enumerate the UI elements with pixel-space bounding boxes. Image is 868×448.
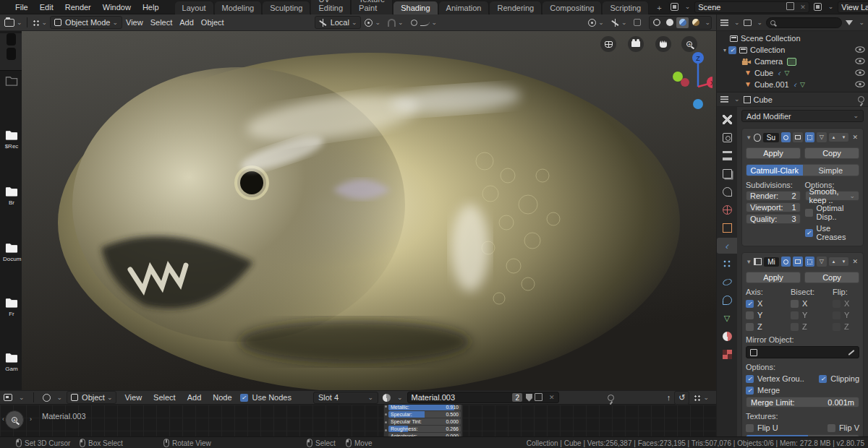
menu-object[interactable]: Object (197, 17, 228, 28)
tab-view-layer[interactable] (717, 165, 737, 181)
modifier-name-field[interactable]: Mi (764, 257, 779, 267)
snapping-toggle[interactable]: ⌄ (384, 17, 407, 28)
snap-node-button[interactable]: ↺ (674, 391, 689, 405)
camera-data-icon[interactable] (787, 58, 796, 66)
collapse-icon[interactable]: ▼ (746, 259, 752, 265)
tab-rendering[interactable]: Rendering (490, 1, 542, 14)
add-workspace-button[interactable]: + (650, 1, 669, 14)
close-icon[interactable]: ✕ (851, 258, 859, 265)
toggle-render[interactable] (781, 132, 791, 142)
menu-node[interactable]: Node (209, 392, 235, 403)
outliner-display-mode-icon[interactable] (720, 20, 728, 26)
editor-type-icon[interactable] (4, 19, 14, 27)
mirror-object-field[interactable] (746, 346, 859, 358)
chevron-down-icon[interactable]: ⌄ (705, 20, 710, 26)
uv-smooth-dropdown[interactable]: Smooth, keep ..⌄ (805, 191, 860, 201)
vertex-groups-checkbox[interactable]: ✓ (746, 375, 754, 383)
tab-particles[interactable] (717, 256, 737, 272)
chevron-down-icon[interactable]: ⌄ (828, 4, 834, 10)
bisect-y-checkbox[interactable] (791, 311, 799, 319)
viewport-field[interactable]: Viewport:1 (746, 202, 801, 212)
axis-y-checkbox[interactable] (746, 311, 754, 319)
pivot-point-dropdown[interactable]: ⌄ (361, 17, 384, 28)
material-preview-icon[interactable] (383, 394, 391, 402)
scene-icon[interactable] (671, 3, 678, 11)
add-modifier-dropdown[interactable]: Add Modifier ⌄ (741, 110, 864, 122)
bisect-z-checkbox[interactable] (791, 323, 799, 331)
menu-select[interactable]: Select (147, 17, 176, 28)
tab-modifiers[interactable]: ⌐ (717, 238, 737, 254)
show-gizmo-dropdown[interactable]: ⌄ (584, 17, 608, 28)
chevron-right-icon[interactable]: › (30, 416, 32, 423)
pin-icon[interactable] (858, 96, 864, 103)
desktop-folder[interactable]: Br (3, 185, 20, 206)
tab-modeling[interactable]: Modeling (215, 1, 263, 14)
tab-object-data[interactable]: ▽ (717, 310, 737, 326)
axis-x-checkbox[interactable]: ✓ (746, 300, 754, 308)
tab-physics[interactable] (717, 274, 737, 290)
users-count-badge[interactable]: 2 (512, 393, 522, 402)
copy-button[interactable]: Copy (804, 272, 859, 283)
tab-scripting[interactable]: Scripting (603, 1, 649, 14)
tab-material[interactable] (717, 328, 737, 344)
scene-selector[interactable]: Scene ✕ (694, 1, 809, 13)
menu-edit[interactable]: Edit (34, 3, 59, 12)
view-layer-selector[interactable]: View Layer ✕ (838, 1, 868, 13)
perspective-button[interactable] (600, 36, 616, 52)
tool-button[interactable] (7, 48, 16, 60)
move-modifier-buttons[interactable]: ▲▼ (829, 133, 849, 142)
toggle-cage[interactable]: ▽ (817, 132, 826, 142)
optimal-display-row[interactable]: Optimal Disp.. (805, 204, 860, 221)
tab-uv-editing[interactable]: UV Editing (311, 0, 351, 14)
eyedropper-icon[interactable] (848, 350, 855, 356)
menu-add[interactable]: Add (184, 392, 205, 403)
tab-tool[interactable] (717, 111, 737, 127)
desktop-folder[interactable] (3, 74, 20, 87)
eye-icon[interactable] (855, 46, 865, 54)
use-nodes-checkbox[interactable]: ✓ (240, 394, 248, 402)
tab-constraints[interactable] (717, 292, 737, 308)
tab-texture-paint[interactable]: Texture Paint (352, 0, 393, 14)
menu-view[interactable]: View (121, 392, 145, 403)
modifier-wrench-icon[interactable]: ⌐ (791, 81, 799, 89)
collection-checkbox[interactable]: ✓ (728, 46, 736, 54)
apply-button[interactable]: Apply (746, 272, 801, 283)
tab-scene[interactable] (717, 184, 737, 199)
merge-limit-slider[interactable]: Merge Limit:0.001m (746, 397, 859, 408)
toggle-editmode[interactable] (805, 132, 814, 142)
flip-u-checkbox[interactable] (746, 424, 754, 432)
flip-v-checkbox[interactable] (827, 424, 835, 432)
mesh-data-icon[interactable]: ▽ (800, 81, 805, 88)
eye-icon[interactable] (855, 80, 865, 89)
navigation-gizmo[interactable]: Z X (669, 49, 712, 111)
shader-type-icon[interactable] (43, 394, 51, 402)
desktop-folder[interactable]: Fr (3, 296, 20, 317)
modifier-wrench-icon[interactable]: ⌐ (775, 69, 783, 77)
menu-select[interactable]: Select (150, 392, 179, 403)
axis-z-checkbox[interactable] (746, 323, 754, 331)
material-name-field[interactable]: Material.003 2 ✕ (407, 392, 559, 403)
viewport-3d[interactable]: + Z X (22, 31, 716, 390)
filter-icon[interactable] (846, 20, 853, 25)
parent-node-tree-button[interactable]: ↑ (663, 392, 675, 403)
camera-view-button[interactable] (628, 36, 644, 52)
apply-button[interactable]: Apply (746, 147, 801, 159)
pin-icon[interactable] (608, 395, 614, 401)
properties-editor-icon[interactable] (720, 96, 728, 103)
modifier-name-field[interactable]: Su (763, 133, 779, 142)
shading-wireframe-button[interactable] (650, 17, 663, 28)
shader-editor-canvas[interactable]: ‹ + › Material.003 Metallic:0.910 Specul… (0, 405, 716, 436)
node-slider-specular[interactable]: Specular:0.500 (388, 411, 461, 418)
chevron-down-icon[interactable]: ⌄ (685, 4, 691, 10)
move-modifier-buttons[interactable]: ▲▼ (829, 257, 849, 266)
toggle-realtime[interactable] (793, 132, 802, 142)
outliner-row-scene-collection[interactable]: Scene Collection (717, 33, 868, 44)
unlink-icon[interactable]: ✕ (549, 394, 555, 401)
xray-toggle[interactable] (630, 17, 644, 27)
tab-output[interactable] (717, 147, 737, 163)
desktop-folder[interactable]: Docum (3, 241, 20, 262)
flip-x-checkbox[interactable] (833, 300, 841, 308)
new-scene-icon[interactable] (788, 4, 794, 10)
mesh-data-icon[interactable]: ▽ (784, 69, 789, 77)
render-field[interactable]: Render:2 (746, 191, 801, 201)
